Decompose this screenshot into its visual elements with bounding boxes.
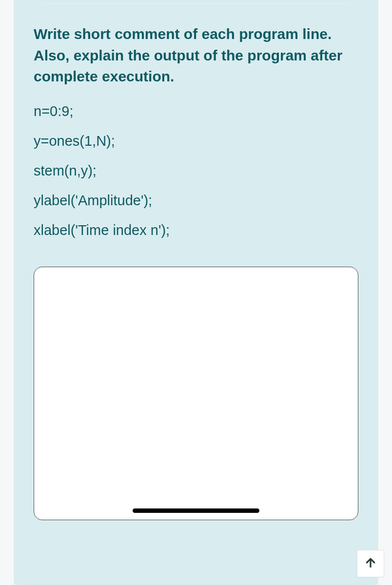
code-line: xlabel('Time index n');: [34, 221, 358, 240]
question-panel: Write short comment of each program line…: [14, 0, 378, 585]
code-line: ylabel('Amplitude');: [34, 191, 358, 210]
arrow-up-icon: [364, 556, 377, 571]
home-indicator: [133, 508, 259, 513]
code-line: n=0:9;: [34, 102, 358, 121]
code-line: y=ones(1,N);: [34, 132, 358, 151]
question-prompt: Write short comment of each program line…: [34, 23, 358, 87]
output-image-placeholder: [34, 267, 358, 520]
code-line: stem(n,y);: [34, 161, 358, 180]
scroll-to-top-button[interactable]: [357, 550, 384, 577]
top-divider: [41, 3, 351, 4]
content-card: Write short comment of each program line…: [14, 0, 378, 585]
